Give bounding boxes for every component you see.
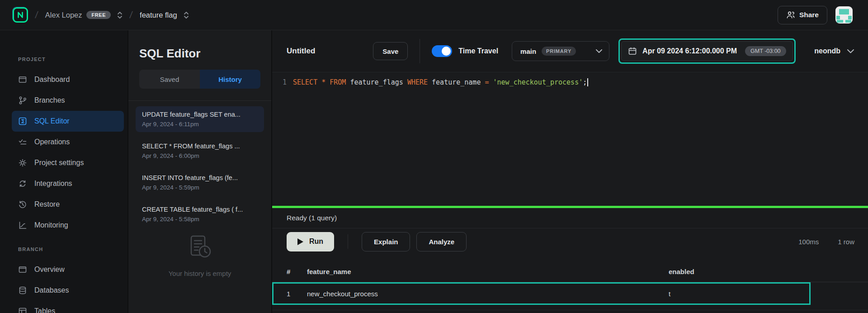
time-travel-toggle[interactable] xyxy=(432,45,452,57)
table-header-row: # feature_name enabled xyxy=(272,261,868,282)
sidebar-item-label: Restore xyxy=(34,200,60,209)
sidebar-item-integrations[interactable]: Integrations xyxy=(12,173,124,194)
sidebar-section-project: PROJECT xyxy=(18,57,127,62)
topbar-actions: Share xyxy=(778,6,853,24)
sidebar-item-label: Overview xyxy=(34,266,65,274)
results-section: Ready (1 query) Run Explain Analyze 100m… xyxy=(272,208,868,313)
toolbar-divider xyxy=(348,234,348,249)
query-duration: 100ms xyxy=(798,238,819,246)
identicon xyxy=(835,6,853,24)
sql-editor-icon xyxy=(18,117,27,126)
sidebar-item-overview[interactable]: Overview xyxy=(12,259,124,280)
calendar-icon xyxy=(628,47,637,56)
sidebar-item-project-settings[interactable]: Project settings xyxy=(12,152,124,173)
monitoring-chart-icon xyxy=(18,221,27,230)
gear-icon xyxy=(18,158,27,167)
sidebar-item-operations[interactable]: Operations xyxy=(12,132,124,152)
project-switcher-chevron-icon[interactable] xyxy=(184,11,189,19)
cell-row-number: 1 xyxy=(287,290,307,298)
column-header-enabled: enabled xyxy=(669,268,868,275)
user-avatar[interactable] xyxy=(835,6,853,24)
datetime-picker[interactable]: Apr 09 2024 6:12:00.000 PM GMT -03:00 xyxy=(621,41,793,61)
analyze-button[interactable]: Analyze xyxy=(416,232,467,251)
sql-token: 'new_checkout_process' xyxy=(493,78,583,86)
primary-badge: PRIMARY xyxy=(542,47,576,56)
sql-token: WHERE xyxy=(407,78,432,86)
history-query: UPDATE feature_flags SET ena... xyxy=(142,111,258,118)
sidebar-item-label: Dashboard xyxy=(34,76,70,84)
history-query: CREATE TABLE feature_flags ( f... xyxy=(142,206,258,213)
history-query: INSERT INTO feature_flags (fe... xyxy=(142,174,258,181)
explain-button[interactable]: Explain xyxy=(362,232,410,251)
query-title: Untitled xyxy=(287,47,315,56)
sidebar-item-label: Databases xyxy=(34,286,69,294)
org-name[interactable]: Alex Lopez xyxy=(45,11,82,19)
sidebar: PROJECT Dashboard Branches SQL Editor Op… xyxy=(0,30,127,313)
branches-icon xyxy=(18,96,27,105)
sidebar-item-sql-editor[interactable]: SQL Editor xyxy=(12,111,124,132)
plan-badge: FREE xyxy=(86,11,111,19)
top-bar: / Alex Lopez FREE / feature flag Share xyxy=(0,0,868,30)
sql-code-editor[interactable]: 1 SELECT * FROM feature_flags WHERE feat… xyxy=(272,72,868,206)
history-item[interactable]: SELECT * FROM feature_flags ... Apr 9, 2… xyxy=(136,138,264,164)
tab-history[interactable]: History xyxy=(200,70,260,89)
sql-code-line: SELECT * FROM feature_flags WHERE featur… xyxy=(293,72,588,206)
toggle-knob xyxy=(442,47,451,56)
sidebar-item-tables[interactable]: Tables xyxy=(12,301,124,313)
header-divider xyxy=(420,39,420,63)
neon-logo-icon[interactable] xyxy=(13,7,28,23)
project-name[interactable]: feature flag xyxy=(140,11,177,19)
sidebar-item-label: Project settings xyxy=(34,159,84,167)
org-switcher-chevron-icon[interactable] xyxy=(117,11,123,19)
sidebar-item-dashboard[interactable]: Dashboard xyxy=(12,69,124,90)
play-icon xyxy=(297,238,303,245)
run-button[interactable]: Run xyxy=(287,232,334,251)
share-button[interactable]: Share xyxy=(778,6,827,24)
editor-main: Untitled Save Time Travel main PRIMARY A… xyxy=(271,30,868,313)
sql-token: SELECT xyxy=(293,78,321,86)
save-button[interactable]: Save xyxy=(373,42,408,60)
database-icon xyxy=(18,286,27,295)
chevron-down-icon xyxy=(847,49,854,54)
sql-token: = xyxy=(485,78,493,86)
sidebar-item-label: Operations xyxy=(34,138,70,146)
sql-token: * xyxy=(321,78,330,86)
status-bar: Ready (1 query) xyxy=(272,208,868,228)
row-count: 1 row xyxy=(838,238,854,246)
timezone-badge: GMT -03:00 xyxy=(745,46,786,56)
history-timestamp: Apr 9, 2024 - 6:11pm xyxy=(142,121,258,128)
column-header-num: # xyxy=(287,268,307,275)
sql-token: feature_name xyxy=(432,78,485,86)
history-query: SELECT * FROM feature_flags ... xyxy=(142,142,258,150)
history-empty-text: Your history is empty xyxy=(169,270,231,277)
breadcrumb-org: Alex Lopez FREE xyxy=(45,11,123,19)
results-toolbar: Run Explain Analyze 100ms 1 row xyxy=(272,228,868,255)
neon-console: / Alex Lopez FREE / feature flag Share xyxy=(0,0,868,313)
column-header-feature-name: feature_name xyxy=(307,268,669,275)
sql-editor-panel: SQL Editor Saved History UPDATE feature_… xyxy=(127,30,271,313)
share-label: Share xyxy=(799,11,819,19)
history-item[interactable]: UPDATE feature_flags SET ena... Apr 9, 2… xyxy=(136,106,264,132)
panel-title: SQL Editor xyxy=(128,30,271,61)
status-text: Ready (1 query) xyxy=(287,214,337,222)
sidebar-item-monitoring[interactable]: Monitoring xyxy=(12,215,124,236)
dashboard-icon xyxy=(18,75,27,84)
history-timestamp: Apr 9, 2024 - 5:59pm xyxy=(142,184,258,191)
datetime-value: Apr 09 2024 6:12:00.000 PM xyxy=(642,47,737,55)
sidebar-item-label: SQL Editor xyxy=(34,117,70,125)
history-item[interactable]: CREATE TABLE feature_flags ( f... Apr 9,… xyxy=(136,201,264,227)
sidebar-item-databases[interactable]: Databases xyxy=(12,280,124,301)
restore-clock-icon xyxy=(18,200,27,209)
table-icon xyxy=(18,307,27,313)
editor-header: Untitled Save Time Travel main PRIMARY A… xyxy=(272,30,868,72)
database-select[interactable]: neondb xyxy=(814,47,854,55)
neon-n-glyph xyxy=(16,11,24,19)
sidebar-item-branches[interactable]: Branches xyxy=(12,90,124,111)
integrations-icon xyxy=(18,179,27,188)
history-item[interactable]: INSERT INTO feature_flags (fe... Apr 9, … xyxy=(136,170,264,195)
chevron-down-icon xyxy=(595,49,603,53)
branch-select[interactable]: main PRIMARY xyxy=(512,41,609,61)
table-row-wrap: 1 new_checkout_process t xyxy=(272,282,868,305)
sidebar-item-restore[interactable]: Restore xyxy=(12,194,124,215)
tab-saved[interactable]: Saved xyxy=(139,70,200,89)
